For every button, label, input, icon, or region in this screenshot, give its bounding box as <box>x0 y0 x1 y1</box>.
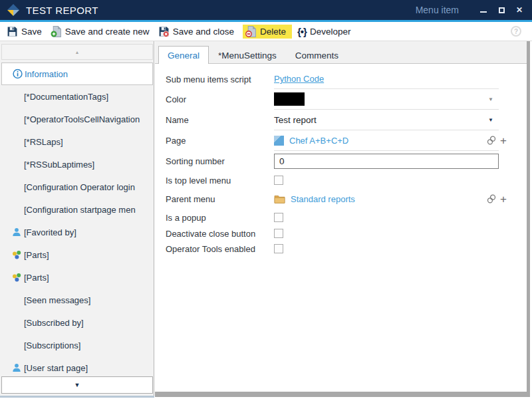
form-row-sub-menu-items-script: Sub menu items script Python Code <box>166 69 516 89</box>
sidebar-item-subscriptions[interactable]: [Subscriptions] <box>0 334 154 356</box>
sidebar-item-parts-2[interactable]: [Parts] <box>0 266 154 289</box>
close-icon: ✕ <box>516 6 523 14</box>
sidebar-item-rssublaptimes[interactable]: [*RSSubLaptimes] <box>0 153 154 176</box>
developer-braces-icon: {•} <box>297 26 307 37</box>
sidebar-item-seen-messages[interactable]: [Seen messages] <box>0 289 154 311</box>
window-right-edge <box>527 41 530 397</box>
window-bottom-edge <box>155 392 530 397</box>
sidebar-item-subscribed-by[interactable]: [Subscribed by] <box>0 311 154 334</box>
form-row-is-top-level-menu: Is top level menu <box>166 172 516 189</box>
plus-icon[interactable]: + <box>500 194 507 205</box>
field-label: Is a popup <box>166 213 274 223</box>
sidebar-item-label: [Parts] <box>24 250 49 260</box>
field-label: Sub menu items script <box>166 74 274 84</box>
link-icon[interactable] <box>486 194 497 204</box>
form-row-operator-tools-enabled: Operator Tools enabled <box>166 241 516 257</box>
tab-comments[interactable]: Comments <box>286 46 348 64</box>
sidebar-item-operatortoolscellnavigation[interactable]: [*OperatorToolsCellNavigation <box>0 108 154 130</box>
titlebar: TEST REPORT Menu item ✕ <box>0 0 532 20</box>
context-label: Menu item <box>416 5 459 15</box>
person-icon <box>12 363 21 372</box>
sidebar-item-label: [Favorited by] <box>24 227 76 237</box>
window-title: TEST REPORT <box>26 5 98 16</box>
developer-label: Developer <box>310 27 351 37</box>
sidebar-item-label: [Subscriptions] <box>24 340 80 350</box>
minimize-icon <box>480 11 487 13</box>
sorting-number-input[interactable] <box>274 154 499 169</box>
form-row-sorting-number: Sorting number <box>166 151 516 172</box>
sidebar-item-documentationtags[interactable]: [*DocumentationTags] <box>0 85 154 108</box>
sidebar-item-rslaps[interactable]: [*RSLaps] <box>0 130 154 153</box>
sidebar-item-parts-1[interactable]: [Parts] <box>0 243 154 266</box>
developer-button[interactable]: {•} Developer <box>295 25 356 39</box>
person-icon <box>12 227 21 237</box>
parent-menu-link[interactable]: Standard reports <box>291 194 355 204</box>
save-icon <box>7 26 18 37</box>
chevron-down-icon[interactable]: ▼ <box>488 96 493 102</box>
toolbar: Save Save and create new <box>0 22 532 41</box>
is-top-level-menu-checkbox[interactable] <box>274 176 283 185</box>
field-label: Parent menu <box>166 194 274 204</box>
sidebar-bottom-edge <box>0 396 154 398</box>
form-row-is-a-popup: Is a popup <box>166 209 516 226</box>
field-label: Is top level menu <box>166 176 274 186</box>
sidebar-dropdown[interactable]: ▼ <box>1 376 153 394</box>
page-icon <box>274 136 284 146</box>
tab-strip: General *MenuSettings Comments <box>155 41 527 64</box>
app-window: TEST REPORT Menu item ✕ Save <box>0 0 532 399</box>
form-row-deactivate-close-button: Deactivate close button <box>166 225 516 241</box>
sidebar-item-configuration-operator-login[interactable]: [Configuration Operator login <box>0 176 154 198</box>
field-label: Name <box>166 115 274 125</box>
sidebar-item-information[interactable]: Information <box>1 63 153 85</box>
save-and-create-new-label: Save and create new <box>65 27 150 37</box>
field-label: Deactivate close button <box>166 229 274 239</box>
sidebar-item-label: [*OperatorToolsCellNavigation <box>24 114 140 124</box>
sidebar-item-label: [Subscribed by] <box>24 318 84 328</box>
save-create-new-icon <box>51 26 62 37</box>
python-code-link[interactable]: Python Code <box>274 74 324 84</box>
page-link[interactable]: Chef A+B+C+D <box>289 136 348 146</box>
tab-menusettings[interactable]: *MenuSettings <box>209 46 286 64</box>
general-tab-panel: Sub menu items script Python Code Color … <box>155 64 527 392</box>
deactivate-close-button-checkbox[interactable] <box>274 229 283 238</box>
save-close-icon <box>158 26 170 37</box>
save-label: Save <box>21 27 42 37</box>
plus-icon[interactable]: + <box>500 135 507 146</box>
delete-label: Delete <box>260 27 286 37</box>
field-label: Operator Tools enabled <box>166 244 274 254</box>
save-and-create-new-button[interactable]: Save and create new <box>48 25 156 39</box>
sidebar-item-configuration-startpage-menu[interactable]: [Configuration startpage men <box>0 198 154 221</box>
app-logo-icon <box>7 3 20 17</box>
delete-button[interactable]: Delete <box>243 25 292 39</box>
minimize-button[interactable] <box>479 5 488 15</box>
sidebar-item-user-start-page[interactable]: [User start page] <box>0 356 154 379</box>
sidebar-list: Information [*DocumentationTags] [*Opera… <box>0 63 154 379</box>
save-and-close-button[interactable]: Save and close <box>156 25 240 39</box>
link-icon[interactable] <box>486 135 497 146</box>
tab-general[interactable]: General <box>158 46 209 64</box>
maximize-button[interactable] <box>497 5 506 15</box>
sidebar-item-label: [Seen messages] <box>24 295 90 305</box>
name-value[interactable]: Test report <box>274 115 317 125</box>
delete-icon <box>245 26 257 37</box>
save-button[interactable]: Save <box>4 25 48 39</box>
window-controls: ✕ <box>479 5 524 15</box>
chevron-down-icon[interactable]: ▼ <box>488 117 493 123</box>
help-icon[interactable]: ? <box>511 26 521 37</box>
maximize-icon <box>499 7 505 13</box>
operator-tools-enabled-checkbox[interactable] <box>274 244 283 253</box>
sidebar-item-favorited-by[interactable]: [Favorited by] <box>0 221 154 243</box>
field-label: Sorting number <box>166 156 274 166</box>
color-swatch[interactable] <box>274 92 305 106</box>
form-row-color: Color ▼ <box>166 89 516 110</box>
close-button[interactable]: ✕ <box>515 5 524 15</box>
form-row-name: Name Test report ▼ <box>166 110 516 130</box>
sidebar-item-label: [*RSSubLaptimes] <box>24 160 94 170</box>
parts-icon <box>12 250 21 259</box>
sidebar-item-label: [Parts] <box>24 273 49 283</box>
folder-icon <box>274 194 285 203</box>
sidebar-item-label: [*DocumentationTags] <box>24 92 108 102</box>
sidebar-scroll-up-button[interactable]: ▲ <box>1 44 153 60</box>
sidebar: ▲ Information [*DocumentationTags] [*Ope… <box>0 41 154 398</box>
is-a-popup-checkbox[interactable] <box>274 213 283 222</box>
